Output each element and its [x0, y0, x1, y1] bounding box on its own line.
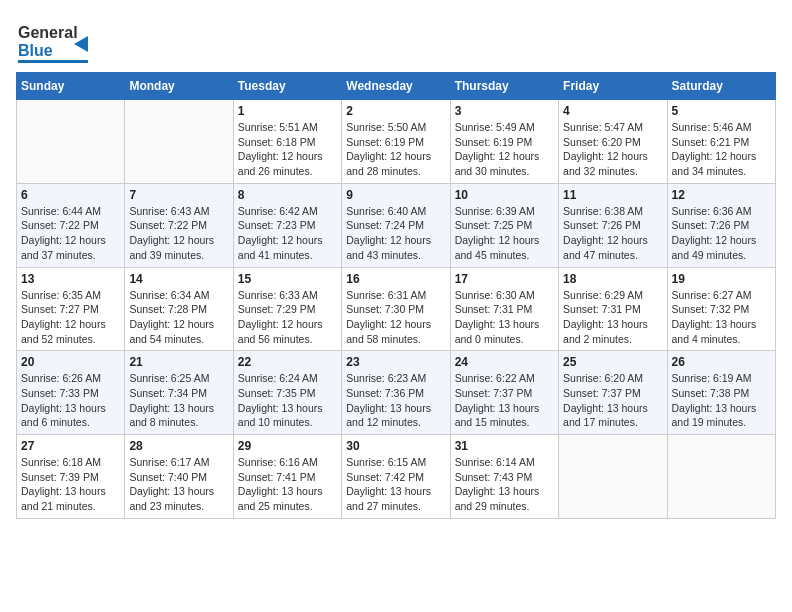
day-info: Sunrise: 6:40 AM Sunset: 7:24 PM Dayligh… [346, 204, 445, 263]
day-number: 1 [238, 104, 337, 118]
day-number: 25 [563, 355, 662, 369]
week-row: 27Sunrise: 6:18 AM Sunset: 7:39 PM Dayli… [17, 435, 776, 519]
day-number: 20 [21, 355, 120, 369]
day-info: Sunrise: 6:24 AM Sunset: 7:35 PM Dayligh… [238, 371, 337, 430]
calendar-cell: 10Sunrise: 6:39 AM Sunset: 7:25 PM Dayli… [450, 183, 558, 267]
day-info: Sunrise: 6:16 AM Sunset: 7:41 PM Dayligh… [238, 455, 337, 514]
calendar-cell [125, 100, 233, 184]
week-row: 20Sunrise: 6:26 AM Sunset: 7:33 PM Dayli… [17, 351, 776, 435]
calendar-cell: 23Sunrise: 6:23 AM Sunset: 7:36 PM Dayli… [342, 351, 450, 435]
col-header-thursday: Thursday [450, 73, 558, 100]
day-info: Sunrise: 6:30 AM Sunset: 7:31 PM Dayligh… [455, 288, 554, 347]
calendar-cell: 7Sunrise: 6:43 AM Sunset: 7:22 PM Daylig… [125, 183, 233, 267]
calendar-cell: 28Sunrise: 6:17 AM Sunset: 7:40 PM Dayli… [125, 435, 233, 519]
page-header: General Blue [16, 16, 776, 64]
day-number: 5 [672, 104, 771, 118]
day-number: 6 [21, 188, 120, 202]
day-info: Sunrise: 6:14 AM Sunset: 7:43 PM Dayligh… [455, 455, 554, 514]
day-info: Sunrise: 6:29 AM Sunset: 7:31 PM Dayligh… [563, 288, 662, 347]
day-info: Sunrise: 5:49 AM Sunset: 6:19 PM Dayligh… [455, 120, 554, 179]
header-row: SundayMondayTuesdayWednesdayThursdayFrid… [17, 73, 776, 100]
calendar-cell: 22Sunrise: 6:24 AM Sunset: 7:35 PM Dayli… [233, 351, 341, 435]
col-header-saturday: Saturday [667, 73, 775, 100]
day-number: 15 [238, 272, 337, 286]
calendar-cell: 3Sunrise: 5:49 AM Sunset: 6:19 PM Daylig… [450, 100, 558, 184]
calendar-cell: 27Sunrise: 6:18 AM Sunset: 7:39 PM Dayli… [17, 435, 125, 519]
day-number: 29 [238, 439, 337, 453]
day-info: Sunrise: 6:35 AM Sunset: 7:27 PM Dayligh… [21, 288, 120, 347]
day-number: 30 [346, 439, 445, 453]
week-row: 13Sunrise: 6:35 AM Sunset: 7:27 PM Dayli… [17, 267, 776, 351]
calendar-cell: 11Sunrise: 6:38 AM Sunset: 7:26 PM Dayli… [559, 183, 667, 267]
calendar-cell: 15Sunrise: 6:33 AM Sunset: 7:29 PM Dayli… [233, 267, 341, 351]
day-info: Sunrise: 5:47 AM Sunset: 6:20 PM Dayligh… [563, 120, 662, 179]
day-number: 18 [563, 272, 662, 286]
col-header-wednesday: Wednesday [342, 73, 450, 100]
day-number: 9 [346, 188, 445, 202]
calendar-cell: 17Sunrise: 6:30 AM Sunset: 7:31 PM Dayli… [450, 267, 558, 351]
calendar-cell: 16Sunrise: 6:31 AM Sunset: 7:30 PM Dayli… [342, 267, 450, 351]
day-number: 26 [672, 355, 771, 369]
day-info: Sunrise: 6:27 AM Sunset: 7:32 PM Dayligh… [672, 288, 771, 347]
calendar-cell: 18Sunrise: 6:29 AM Sunset: 7:31 PM Dayli… [559, 267, 667, 351]
svg-rect-3 [18, 60, 88, 63]
day-number: 19 [672, 272, 771, 286]
calendar-cell: 20Sunrise: 6:26 AM Sunset: 7:33 PM Dayli… [17, 351, 125, 435]
day-info: Sunrise: 6:17 AM Sunset: 7:40 PM Dayligh… [129, 455, 228, 514]
calendar-cell: 8Sunrise: 6:42 AM Sunset: 7:23 PM Daylig… [233, 183, 341, 267]
day-number: 28 [129, 439, 228, 453]
logo: General Blue [16, 16, 106, 64]
calendar-cell: 12Sunrise: 6:36 AM Sunset: 7:26 PM Dayli… [667, 183, 775, 267]
day-info: Sunrise: 5:51 AM Sunset: 6:18 PM Dayligh… [238, 120, 337, 179]
calendar-cell: 21Sunrise: 6:25 AM Sunset: 7:34 PM Dayli… [125, 351, 233, 435]
day-info: Sunrise: 6:43 AM Sunset: 7:22 PM Dayligh… [129, 204, 228, 263]
calendar-cell: 9Sunrise: 6:40 AM Sunset: 7:24 PM Daylig… [342, 183, 450, 267]
day-info: Sunrise: 6:19 AM Sunset: 7:38 PM Dayligh… [672, 371, 771, 430]
calendar-cell: 2Sunrise: 5:50 AM Sunset: 6:19 PM Daylig… [342, 100, 450, 184]
day-info: Sunrise: 6:31 AM Sunset: 7:30 PM Dayligh… [346, 288, 445, 347]
col-header-monday: Monday [125, 73, 233, 100]
calendar-cell [17, 100, 125, 184]
day-number: 17 [455, 272, 554, 286]
day-info: Sunrise: 6:38 AM Sunset: 7:26 PM Dayligh… [563, 204, 662, 263]
day-number: 10 [455, 188, 554, 202]
day-info: Sunrise: 6:44 AM Sunset: 7:22 PM Dayligh… [21, 204, 120, 263]
calendar-cell: 24Sunrise: 6:22 AM Sunset: 7:37 PM Dayli… [450, 351, 558, 435]
calendar-cell [667, 435, 775, 519]
day-number: 2 [346, 104, 445, 118]
calendar-table: SundayMondayTuesdayWednesdayThursdayFrid… [16, 72, 776, 519]
day-number: 3 [455, 104, 554, 118]
calendar-cell: 4Sunrise: 5:47 AM Sunset: 6:20 PM Daylig… [559, 100, 667, 184]
calendar-cell: 6Sunrise: 6:44 AM Sunset: 7:22 PM Daylig… [17, 183, 125, 267]
week-row: 6Sunrise: 6:44 AM Sunset: 7:22 PM Daylig… [17, 183, 776, 267]
day-number: 24 [455, 355, 554, 369]
day-info: Sunrise: 5:50 AM Sunset: 6:19 PM Dayligh… [346, 120, 445, 179]
day-info: Sunrise: 6:20 AM Sunset: 7:37 PM Dayligh… [563, 371, 662, 430]
col-header-sunday: Sunday [17, 73, 125, 100]
day-info: Sunrise: 6:26 AM Sunset: 7:33 PM Dayligh… [21, 371, 120, 430]
svg-text:Blue: Blue [18, 42, 53, 59]
calendar-cell: 30Sunrise: 6:15 AM Sunset: 7:42 PM Dayli… [342, 435, 450, 519]
day-info: Sunrise: 6:34 AM Sunset: 7:28 PM Dayligh… [129, 288, 228, 347]
day-number: 22 [238, 355, 337, 369]
day-number: 12 [672, 188, 771, 202]
week-row: 1Sunrise: 5:51 AM Sunset: 6:18 PM Daylig… [17, 100, 776, 184]
day-number: 21 [129, 355, 228, 369]
day-info: Sunrise: 6:36 AM Sunset: 7:26 PM Dayligh… [672, 204, 771, 263]
calendar-cell: 14Sunrise: 6:34 AM Sunset: 7:28 PM Dayli… [125, 267, 233, 351]
day-info: Sunrise: 6:22 AM Sunset: 7:37 PM Dayligh… [455, 371, 554, 430]
calendar-cell [559, 435, 667, 519]
day-number: 27 [21, 439, 120, 453]
day-number: 11 [563, 188, 662, 202]
calendar-cell: 26Sunrise: 6:19 AM Sunset: 7:38 PM Dayli… [667, 351, 775, 435]
day-info: Sunrise: 6:42 AM Sunset: 7:23 PM Dayligh… [238, 204, 337, 263]
col-header-tuesday: Tuesday [233, 73, 341, 100]
svg-text:General: General [18, 24, 78, 41]
day-number: 31 [455, 439, 554, 453]
calendar-cell: 19Sunrise: 6:27 AM Sunset: 7:32 PM Dayli… [667, 267, 775, 351]
day-info: Sunrise: 6:33 AM Sunset: 7:29 PM Dayligh… [238, 288, 337, 347]
day-number: 14 [129, 272, 228, 286]
calendar-cell: 13Sunrise: 6:35 AM Sunset: 7:27 PM Dayli… [17, 267, 125, 351]
day-info: Sunrise: 5:46 AM Sunset: 6:21 PM Dayligh… [672, 120, 771, 179]
day-number: 13 [21, 272, 120, 286]
